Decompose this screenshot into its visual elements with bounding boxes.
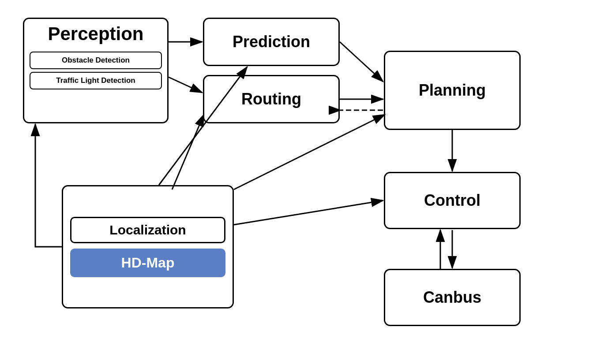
arrow-prediction-planning <box>340 42 383 82</box>
hdmap-node: HD-Map <box>70 249 225 277</box>
canbus-label: Canbus <box>423 288 481 307</box>
control-label: Control <box>424 191 480 210</box>
arrow-loc-control <box>234 201 383 225</box>
canbus-node: Canbus <box>384 269 521 326</box>
planning-label: Planning <box>419 81 486 100</box>
arrow-loc-perception <box>35 124 62 247</box>
routing-node: Routing <box>203 75 340 123</box>
prediction-label: Prediction <box>233 33 310 51</box>
arrow-perception-routing <box>169 77 202 93</box>
arrow-loc-routing <box>172 115 204 189</box>
control-node: Control <box>384 172 521 229</box>
planning-node: Planning <box>384 51 521 130</box>
traffic-light-detection-node: Traffic Light Detection <box>30 72 162 89</box>
perception-node: Perception Obstacle Detection Traffic Li… <box>23 18 169 123</box>
routing-label: Routing <box>241 90 301 108</box>
perception-title: Perception <box>48 23 143 45</box>
arrow-loc-planning <box>234 115 385 189</box>
obstacle-detection-node: Obstacle Detection <box>30 52 162 69</box>
localization-outer-node: Localization HD-Map <box>62 185 234 308</box>
prediction-node: Prediction <box>203 18 340 66</box>
localization-inner-node: Localization <box>70 217 225 243</box>
diagram: Perception Obstacle Detection Traffic Li… <box>0 0 593 364</box>
